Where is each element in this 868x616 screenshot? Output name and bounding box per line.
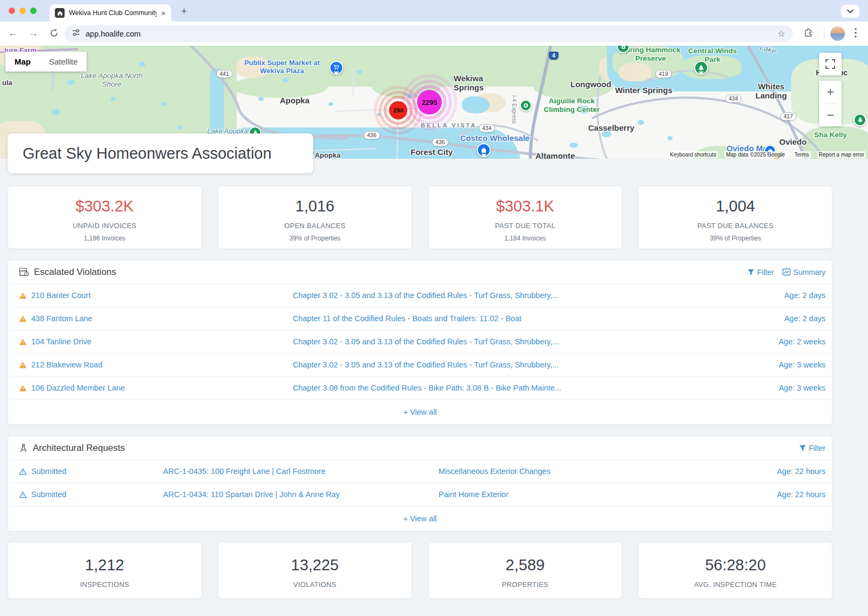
back-button[interactable]: ←: [6, 27, 19, 39]
violation-age[interactable]: Age: 3 weeks: [745, 360, 825, 369]
violation-address-link[interactable]: 438 Fantom Lane: [19, 314, 293, 323]
forward-button[interactable]: →: [27, 27, 40, 39]
toolbar-separator: [824, 29, 824, 39]
request-status-link[interactable]: Submitted: [19, 490, 163, 499]
zoom-out-button[interactable]: −: [819, 104, 842, 126]
violation-address-link[interactable]: 106 Dazzled Member Lane: [19, 384, 293, 392]
violations-filter-button[interactable]: Filter: [747, 268, 774, 277]
stat-value: $303.2K: [8, 197, 201, 215]
stat-value: 1,212: [8, 556, 201, 574]
publix-marker[interactable]: [329, 61, 343, 75]
violation-rule-link[interactable]: Chapter 3.08 from the Codified Rules - B…: [293, 384, 745, 392]
costco-marker[interactable]: [477, 143, 491, 157]
violation-age[interactable]: Age: 3 weeks: [745, 384, 825, 392]
right-edge-park-marker[interactable]: [853, 114, 866, 126]
stat-label: AVG. INSPECTION TIME: [639, 580, 832, 589]
map-label-aiguille-rock[interactable]: Aiguille Rock Climbing Center: [535, 97, 608, 114]
url-text[interactable]: app.hoalife.com: [86, 30, 140, 38]
window-zoom-button[interactable]: [30, 8, 37, 14]
stat-value: 13,225: [218, 556, 412, 574]
site-settings-icon[interactable]: [72, 29, 80, 39]
keyboard-shortcuts-link[interactable]: Keyboard shortcuts: [668, 151, 718, 158]
violation-rule-link[interactable]: Chapter 3.02 - 3.05 and 3.13 of the Codi…: [293, 360, 745, 369]
violation-address-link[interactable]: 104 Tanline Drive: [19, 337, 293, 346]
central-winds-marker[interactable]: [694, 61, 708, 75]
escalated-violations-panel: Escalated Violations Filter Summary 210 …: [8, 260, 832, 425]
request-age[interactable]: Age: 22 hours: [745, 467, 825, 476]
tab-search-chevron-icon[interactable]: [841, 5, 859, 18]
violation-rule-link[interactable]: Chapter 3.02 - 3.05 and 3.13 of the Codi…: [293, 337, 745, 346]
map-type-map-button[interactable]: Map: [5, 52, 40, 72]
stat-label: OPEN BALANCES: [218, 222, 412, 230]
reload-button[interactable]: [47, 29, 60, 40]
map-label-casselberry: Casselberry: [588, 123, 634, 132]
stat-label: VIOLATIONS: [218, 580, 412, 589]
route-shield-417: 417: [780, 112, 796, 121]
map-cluster-294[interactable]: 294: [389, 101, 407, 119]
violation-rule-link[interactable]: Chapter 11 of the Codified Rules - Boats…: [293, 314, 745, 323]
profile-avatar[interactable]: [830, 26, 845, 41]
panel-header: Architectural Requests Filter: [8, 436, 832, 460]
summary-chart-icon: [782, 268, 791, 275]
violation-address-link[interactable]: 212 Blakeview Road: [19, 360, 293, 369]
architectural-requests-panel: Architectural Requests Filter Submitted …: [8, 436, 832, 532]
map-cluster-2295[interactable]: 2295: [417, 90, 442, 115]
route-shield-419: 419: [655, 70, 672, 78]
request-age[interactable]: Age: 22 hours: [745, 490, 825, 499]
report-map-error-link[interactable]: Report a map error: [817, 151, 866, 158]
request-category-link[interactable]: Miscellaneous Exterior Changes: [439, 467, 745, 476]
violation-row: 212 Blakeview Road Chapter 3.02 - 3.05 a…: [8, 353, 832, 377]
request-category-link[interactable]: Paint Home Exterior: [439, 490, 745, 499]
tab-favicon-icon: [55, 8, 65, 18]
map-label-publix[interactable]: Publix Super Market at Wekiva Plaza: [241, 59, 323, 75]
violation-age[interactable]: Age: 2 weeks: [745, 337, 825, 346]
violations-summary-button[interactable]: Summary: [782, 268, 825, 277]
warning-icon: [19, 362, 27, 369]
map-label-costco[interactable]: Costco Wholesale: [460, 133, 530, 143]
address-bar[interactable]: app.hoalife.com ☆: [65, 25, 793, 42]
request-status-link[interactable]: Submitted: [19, 467, 163, 476]
violation-row: 210 Banter Court Chapter 3.02 - 3.05 and…: [8, 284, 832, 307]
filter-icon: [747, 269, 754, 275]
map-label-apopka: Apopka: [280, 96, 309, 105]
map-label-i4-express: I-4 Express: [511, 95, 518, 124]
route-shield-436: 436: [364, 131, 380, 139]
violation-row: 438 Fantom Lane Chapter 11 of the Codifi…: [8, 307, 832, 330]
browser-menu-icon[interactable]: [855, 28, 857, 40]
fullscreen-button[interactable]: [819, 53, 842, 75]
map-label-spring-hammock: Spring Hammock Preserve: [620, 46, 681, 62]
map-data-text: Map data ©2025 Google: [724, 151, 786, 158]
zoom-in-button[interactable]: +: [819, 81, 842, 103]
stat-sub: 1,184 Invoices: [429, 235, 622, 242]
zoom-control: + −: [819, 81, 842, 126]
terms-link[interactable]: Terms: [793, 151, 810, 158]
panel-header: Escalated Violations Filter Summary: [8, 260, 832, 284]
map-type-satellite-button[interactable]: Satellite: [40, 52, 87, 72]
route-shield-436b: 436: [432, 138, 448, 146]
violations-view-all-link[interactable]: + View all: [403, 408, 436, 416]
browser-tab[interactable]: Wekiva Hunt Club Community ×: [50, 4, 171, 22]
map-label-altamonte: Altamonte: [535, 151, 575, 159]
request-id-link[interactable]: ARC-1-0434: 110 Spartan Drive | John & A…: [163, 490, 439, 499]
map-label-wekiwa-springs: Wekiwa Springs: [454, 74, 505, 93]
tab-title: Wekiva Hunt Club Community: [69, 9, 157, 17]
window-minimize-button[interactable]: [19, 8, 26, 14]
new-tab-button[interactable]: +: [178, 5, 190, 18]
violation-age[interactable]: Age: 2 days: [745, 291, 825, 300]
violations-view-all-row: + View all: [8, 400, 832, 424]
violation-age[interactable]: Age: 2 days: [745, 314, 825, 323]
bookmark-star-icon[interactable]: ☆: [778, 29, 785, 39]
violation-address-link[interactable]: 210 Banter Court: [19, 291, 293, 300]
window-close-button[interactable]: [9, 8, 15, 14]
map-type-control: Map Satellite: [5, 52, 87, 72]
aiguille-marker[interactable]: [520, 100, 532, 111]
requests-view-all-link[interactable]: + View all: [403, 514, 436, 523]
requests-filter-button[interactable]: Filter: [799, 444, 825, 452]
extensions-icon[interactable]: [803, 27, 814, 40]
dashboard-content: $303.2K UNPAID INVOICES 1,196 Invoices 1…: [0, 159, 868, 599]
map-label-central-winds-park[interactable]: Central Winds Park: [682, 47, 743, 63]
tab-close-icon[interactable]: ×: [161, 9, 166, 17]
warning-icon: [19, 338, 27, 345]
violation-rule-link[interactable]: Chapter 3.02 - 3.05 and 3.13 of the Codi…: [293, 291, 745, 300]
request-id-link[interactable]: ARC-1-0435: 100 Freight Lane | Carl Fost…: [163, 467, 439, 476]
